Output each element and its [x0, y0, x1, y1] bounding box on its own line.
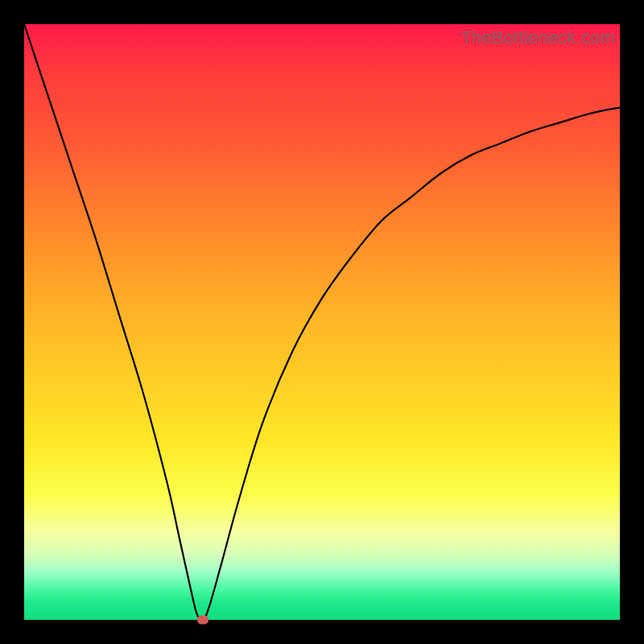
chart-frame: TheBottleneck.com: [0, 0, 644, 644]
minimum-marker: [197, 616, 208, 625]
bottleneck-curve: [24, 24, 620, 620]
plot-area: TheBottleneck.com: [24, 24, 620, 620]
